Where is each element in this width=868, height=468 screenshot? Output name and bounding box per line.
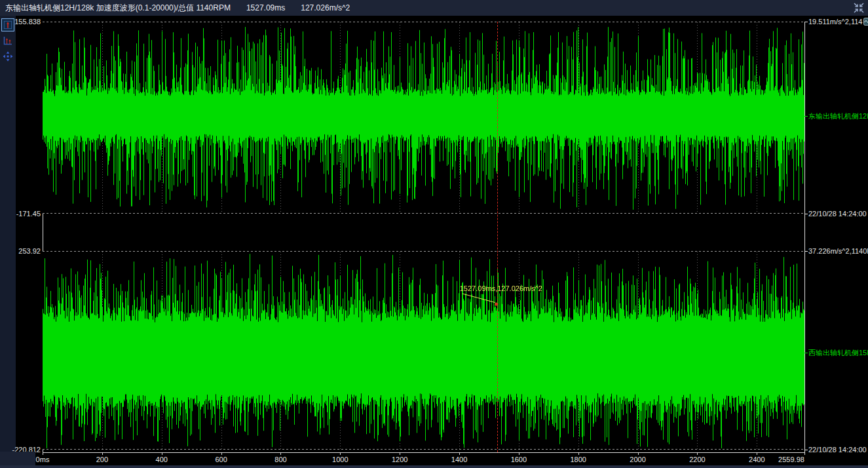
x-axis-tick-mark — [697, 452, 698, 455]
chart2-overall-label: 37.226m/s^2,1140RP — [808, 247, 868, 255]
tool-sidebar — [0, 16, 16, 468]
chart2-channel-row: 西输出轴轧机侧15H — [804, 348, 868, 358]
x-axis-tick-label: 1200 — [392, 456, 407, 463]
x-axis-tick-mark — [638, 452, 639, 455]
waveform-canvas-channel1 — [43, 22, 804, 214]
x-axis-tick-label: 200 — [96, 456, 108, 463]
chart2-channel-label: 西输出轴轧机侧15H — [808, 348, 868, 358]
chart2-overall-row: 37.226m/s^2,1140RP — [804, 247, 868, 255]
x-axis-tick-label: 600 — [215, 456, 227, 463]
horizontal-scrollbar[interactable] — [0, 465, 868, 468]
x-axis-tick-mark — [804, 452, 805, 455]
x-axis-tick-label: 1600 — [511, 456, 527, 463]
chart1-overall-label: 19.511m/s^2,114 — [808, 18, 862, 26]
x-axis-tick-label: 1000 — [332, 456, 348, 463]
right-tick — [804, 214, 808, 214]
cursor-time-readout: 1527.09ms — [246, 3, 285, 12]
x-axis-tick-mark — [221, 452, 222, 455]
chart1-ymax-label: 155.838 — [1, 18, 41, 26]
chart1-channel-label: 东输出轴轧机侧12H — [808, 111, 868, 121]
vibration-analysis-window: 东输出轴轧机侧12H/128k 加速度波形(0.1-20000)/总值 1140… — [0, 0, 868, 468]
title-bar: 东输出轴轧机侧12H/128k 加速度波形(0.1-20000)/总值 1140… — [0, 0, 868, 16]
collapse-window-button[interactable] — [853, 2, 865, 14]
chart1-timestamp-row: 22/10/28 14:24:00 — [804, 210, 868, 218]
x-axis-tick-mark — [162, 452, 162, 455]
x-axis-line — [43, 452, 805, 453]
chart1-channel-row: 东输出轴轧机侧12H — [804, 111, 868, 121]
x-axis-tick-mark — [43, 452, 43, 455]
window-title: 东输出轴轧机侧12H/128k 加速度波形(0.1-20000)/总值 1140… — [5, 3, 231, 14]
x-axis-tick-label: 1800 — [570, 456, 586, 463]
x-axis-tick-label: 2559.98 — [778, 456, 804, 463]
chart1-ymin-label: -171.45 — [1, 210, 41, 218]
x-axis-tick-label: 0ms — [36, 456, 50, 463]
x-axis-tick-mark — [102, 452, 103, 455]
collapse-arrows-icon — [853, 2, 865, 14]
x-axis-tick-label: 800 — [274, 456, 286, 463]
x-axis-tick-mark — [400, 452, 400, 455]
right-tick — [804, 353, 808, 353]
x-axis-tick-label: 2000 — [630, 456, 645, 463]
right-tick — [804, 251, 808, 252]
cursor-value-readout: 127.026m/s^2 — [301, 3, 350, 12]
chart2-timestamp: 22/10/28 14:24:00 — [808, 446, 867, 454]
cursor-annotation: 1527.09ms,127.026m/s^2 — [460, 284, 542, 292]
x-axis-tick-mark — [578, 452, 579, 455]
chart2-timestamp-row: 22/10/28 14:24:00 — [804, 446, 868, 454]
waveform-plot-channel2[interactable]: 1527.09ms,127.026m/s^2 — [43, 251, 804, 450]
chart1-timestamp: 22/10/28 14:24:00 — [808, 210, 867, 218]
x-axis-tick-label: 2200 — [689, 456, 705, 463]
waveform-plot-channel1[interactable] — [43, 22, 804, 214]
x-axis-tick-label: 2400 — [749, 456, 764, 463]
measurement-cursor-line[interactable] — [497, 22, 498, 452]
waveform-canvas-channel2 — [43, 251, 804, 450]
x-axis-tick-mark — [340, 452, 341, 455]
right-tick — [804, 116, 808, 117]
x-axis-tick-mark — [757, 452, 757, 455]
pan-move-icon — [3, 51, 13, 62]
chart2-ymax-label: 253.92 — [1, 247, 41, 255]
harmonic-cursor-tool-button[interactable] — [1, 34, 14, 47]
x-axis-tick-mark — [280, 452, 281, 455]
pan-tool-button[interactable] — [1, 50, 14, 63]
x-axis-tick-label: 1400 — [451, 456, 467, 463]
waveform-type-icon[interactable] — [863, 18, 868, 26]
x-axis-tick-mark — [519, 452, 519, 455]
x-axis-tick-label: 400 — [156, 456, 168, 463]
x-axis-tick-mark — [459, 452, 460, 455]
harmonic-cursor-icon — [3, 35, 13, 46]
right-axis-line — [804, 22, 805, 453]
chart1-overall-row: 19.511m/s^2,114 — [804, 18, 868, 26]
right-tick — [804, 22, 808, 22]
right-tick — [804, 450, 808, 450]
